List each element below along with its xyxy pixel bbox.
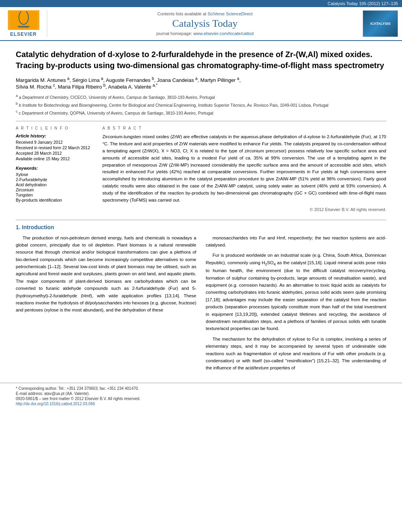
article-info-column: A R T I C L E I N F O Article history: R… (16, 126, 94, 211)
elsevier-text: ELSEVIER (10, 32, 37, 37)
doi-note: http://dx.doi.org/10.1016/j.cattod.2012.… (16, 402, 386, 406)
journal-homepage[interactable]: journal homepage: www.elsevier.com/locat… (156, 31, 254, 36)
authors-line: Margarida M. Antunes a, Sérgio Lima a, A… (16, 76, 386, 90)
intro-col-left: The production of non-petroleum derived … (16, 234, 196, 375)
abstract-column: A B S T R A C T Zirconium-tungsten mixed… (102, 126, 386, 211)
info-abstract-section: A R T I C L E I N F O Article history: R… (16, 126, 386, 211)
affiliation-a: a a Department of Chemistry, CICECO, Uni… (16, 93, 386, 100)
keyword-3: Acid dehydration (16, 182, 94, 187)
affiliation-c: c c Department of Chemistry, QOPNA, Univ… (16, 109, 386, 116)
introduction-section: 1. Introduction The production of non-pe… (0, 220, 402, 383)
article-history-box: Article history: Received 9 January 2012… (16, 133, 94, 161)
intro-para-2: monosaccharides into Fur and Hmf, respec… (206, 234, 387, 249)
article-info-label: A R T I C L E I N F O (16, 126, 94, 130)
keyword-5: Tungsten (16, 193, 94, 197)
keyword-1: Xylose (16, 172, 94, 177)
doi-link[interactable]: http://dx.doi.org/10.1016/j.cattod.2012.… (16, 402, 95, 406)
keywords-title: Keywords: (16, 166, 94, 171)
intro-col-right: monosaccharides into Fur and Hmf, respec… (206, 234, 387, 375)
footnotes-area: * Corresponding author. Tel.: +351 234 3… (0, 383, 402, 410)
accepted-date: Accepted 28 March 2012 (16, 151, 94, 156)
journal-title: Catalysis Today (172, 18, 238, 30)
elsevier-logo-image: ELSEVIER (8, 10, 39, 30)
abstract-text: Zirconium-tungsten mixed oxides (ZrW) ar… (102, 133, 386, 204)
affiliation-b: b b Institute for Biotechnology and Bioe… (16, 101, 386, 108)
email-note: E-mail address: atav@ua.pt (AA. Valente)… (16, 391, 386, 396)
journal-reference-text: Catalysis Today 195 (2012) 127–135 (328, 1, 398, 6)
revised-date: Received in revised form 22 March 2012 (16, 145, 94, 150)
keywords-list: Xylose 2-Furfuraldehyde Acid dehydration… (16, 172, 94, 202)
intro-para-3: Fur is produced worldwide on an industri… (206, 252, 387, 332)
svg-text:ELSEVIER: ELSEVIER (19, 26, 28, 28)
keyword-6: By-products identification (16, 198, 94, 202)
intro-para-1: The production of non-petroleum derived … (16, 234, 196, 314)
keywords-box: Keywords: Xylose 2-Furfuraldehyde Acid d… (16, 166, 94, 202)
header-divider (16, 121, 386, 121)
received-date: Received 9 January 2012 (16, 140, 94, 145)
journal-header: ELSEVIER ELSEVIER Contents lists availab… (0, 7, 402, 41)
article-container: Catalytic dehydration of d-xylose to 2-f… (0, 41, 402, 220)
corresponding-author-note: * Corresponding author. Tel.: +351 234 3… (16, 386, 386, 391)
article-title: Catalytic dehydration of d-xylose to 2-f… (16, 49, 386, 71)
catalysis-cover-image: iCATALYSIS (363, 10, 398, 37)
abstract-label: A B S T R A C T (102, 126, 386, 130)
keyword-2: 2-Furfuraldehyde (16, 177, 94, 182)
journal-info-center: Contents lists available at SciVerse Sci… (47, 10, 363, 37)
intro-para-4: The mechanism for the dehydration of xyl… (206, 336, 387, 372)
intro-two-col: The production of non-petroleum derived … (16, 234, 386, 375)
issn-note: 0920-5861/$ – see front matter © 2012 El… (16, 397, 386, 401)
available-date: Available online 15 May 2012 (16, 156, 94, 161)
affiliations-block: a a Department of Chemistry, CICECO, Uni… (16, 93, 386, 117)
sciverse-link[interactable]: Contents lists available at SciVerse Sci… (157, 11, 252, 16)
homepage-link[interactable]: www.elsevier.com/locate/cattod (193, 31, 254, 36)
keyword-4: Zirconium (16, 187, 94, 192)
copyright-line: © 2012 Elsevier B.V. All rights reserved… (102, 207, 386, 212)
intro-heading: 1. Introduction (16, 224, 386, 230)
elsevier-logo-block: ELSEVIER ELSEVIER (4, 10, 47, 37)
article-history-title: Article history: (16, 133, 94, 138)
journal-reference-bar: Catalysis Today 195 (2012) 127–135 (0, 0, 402, 7)
sciverse-anchor[interactable]: SciVerse ScienceDirect (207, 11, 252, 16)
